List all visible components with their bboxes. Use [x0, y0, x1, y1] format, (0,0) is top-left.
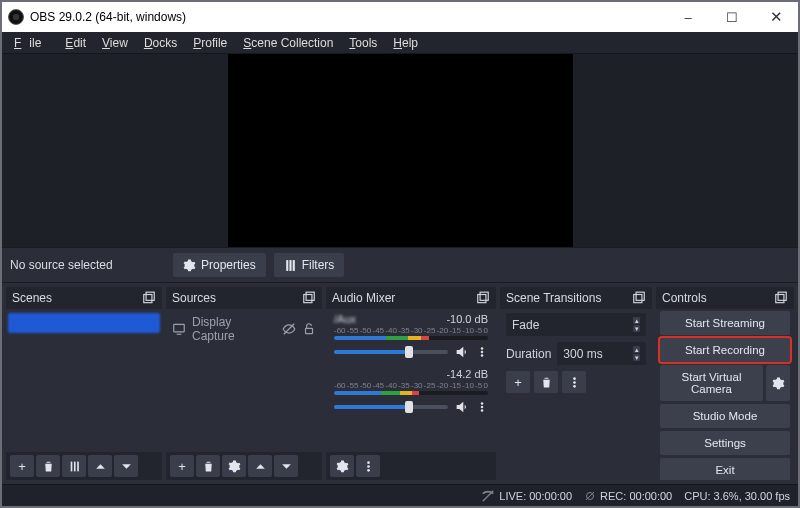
duration-input[interactable]: 300 ms ▴▾ — [557, 342, 646, 365]
menu-help[interactable]: Help — [385, 34, 426, 52]
lock-icon[interactable] — [302, 322, 316, 336]
scenes-list[interactable] — [6, 309, 162, 452]
speaker-icon[interactable] — [454, 399, 470, 415]
speaker-icon[interactable] — [454, 344, 470, 360]
gear-icon — [336, 460, 349, 473]
source-properties-button[interactable] — [222, 455, 246, 477]
popout-icon[interactable] — [774, 291, 788, 305]
eye-off-icon[interactable] — [282, 322, 296, 336]
source-down-button[interactable] — [274, 455, 298, 477]
no-source-label: No source selected — [10, 258, 165, 272]
gear-icon — [772, 377, 785, 390]
properties-button[interactable]: Properties — [173, 253, 266, 277]
studio-mode-button[interactable]: Studio Mode — [660, 404, 790, 428]
spin-down[interactable]: ▾ — [633, 325, 640, 332]
spin-up[interactable]: ▴ — [633, 317, 640, 324]
start-recording-button[interactable]: Start Recording — [660, 338, 790, 362]
audio-meter — [334, 391, 488, 395]
preview-canvas[interactable] — [228, 54, 573, 247]
menu-scene-collection[interactable]: Scene Collection — [235, 34, 341, 52]
svg-rect-25 — [636, 292, 644, 300]
meter-scale: -60-55-50-45-40-35-30-25-20-15-10-50 — [334, 326, 488, 335]
transition-select[interactable]: Fade ▴▾ — [506, 313, 646, 336]
svg-rect-14 — [480, 292, 488, 300]
add-scene-button[interactable]: + — [10, 455, 34, 477]
more-icon — [568, 376, 581, 389]
menu-view[interactable]: View — [94, 34, 136, 52]
svg-rect-9 — [306, 292, 314, 300]
more-icon[interactable] — [476, 399, 488, 415]
maximize-button[interactable]: ☐ — [710, 3, 754, 31]
mixer-channel-2: -14.2 dB -60-55-50-45-40-35-30-25-20-15-… — [326, 366, 496, 421]
minimize-button[interactable]: – — [666, 3, 710, 31]
start-streaming-button[interactable]: Start Streaming — [660, 311, 790, 335]
channel-db: -10.0 dB — [446, 313, 488, 325]
sources-panel: Sources Display Capture + — [166, 287, 322, 480]
menu-file[interactable]: File — [6, 34, 57, 52]
gear-icon — [228, 460, 241, 473]
obs-logo-icon — [8, 9, 24, 25]
scenes-header: Scenes — [6, 287, 162, 309]
popout-icon[interactable] — [476, 291, 490, 305]
svg-rect-24 — [634, 295, 642, 303]
channel-name: /Aux — [334, 313, 356, 325]
menu-edit[interactable]: Edit — [57, 34, 94, 52]
scene-up-button[interactable] — [88, 455, 112, 477]
sources-list[interactable]: Display Capture — [166, 309, 322, 452]
svg-rect-10 — [174, 324, 185, 332]
volume-slider[interactable] — [334, 405, 448, 409]
filters-icon — [68, 460, 81, 473]
spin-up[interactable]: ▴ — [633, 346, 640, 353]
remove-transition-button[interactable] — [534, 371, 558, 393]
controls-panel: Controls Start Streaming Start Recording… — [656, 287, 794, 480]
virtual-camera-settings-button[interactable] — [766, 365, 790, 401]
obs-window: OBS 29.0.2 (64-bit, windows) – ☐ ✕ File … — [0, 0, 800, 508]
add-source-button[interactable]: + — [170, 455, 194, 477]
statusbar: LIVE: 00:00:00 REC: 00:00:00 CPU: 3.6%, … — [2, 484, 798, 506]
trash-icon — [540, 376, 553, 389]
svg-rect-7 — [77, 461, 79, 471]
filters-button[interactable]: Filters — [274, 253, 345, 277]
start-virtual-camera-button[interactable]: Start Virtual Camera — [660, 365, 763, 401]
source-up-button[interactable] — [248, 455, 272, 477]
popout-icon[interactable] — [142, 291, 156, 305]
settings-button[interactable]: Settings — [660, 431, 790, 455]
scene-item[interactable] — [8, 313, 160, 333]
status-network: LIVE: 00:00:00 — [481, 489, 572, 503]
menu-tools[interactable]: Tools — [341, 34, 385, 52]
mixer-settings-button[interactable] — [330, 455, 354, 477]
remove-scene-button[interactable] — [36, 455, 60, 477]
popout-icon[interactable] — [302, 291, 316, 305]
source-item[interactable]: Display Capture — [166, 311, 322, 347]
scene-filters-button[interactable] — [62, 455, 86, 477]
spin-down[interactable]: ▾ — [633, 354, 640, 361]
exit-button[interactable]: Exit — [660, 458, 790, 480]
mixer-more-button[interactable] — [356, 455, 380, 477]
preview-area — [2, 54, 798, 247]
scenes-footer: + — [6, 452, 162, 480]
svg-point-15 — [481, 347, 484, 350]
close-button[interactable]: ✕ — [754, 3, 798, 31]
record-off-icon — [584, 490, 596, 502]
titlebar: OBS 29.0.2 (64-bit, windows) – ☐ ✕ — [2, 2, 798, 32]
menu-profile[interactable]: Profile — [185, 34, 235, 52]
filters-icon — [284, 259, 297, 272]
scene-down-button[interactable] — [114, 455, 138, 477]
more-icon — [362, 460, 375, 473]
svg-rect-6 — [73, 461, 75, 471]
svg-rect-5 — [70, 461, 72, 471]
remove-source-button[interactable] — [196, 455, 220, 477]
menu-docks[interactable]: Docks — [136, 34, 185, 52]
add-transition-button[interactable]: + — [506, 371, 530, 393]
signal-off-icon — [481, 489, 495, 503]
status-rec: REC: 00:00:00 — [584, 490, 672, 502]
duration-label: Duration — [506, 347, 551, 361]
transition-more-button[interactable] — [562, 371, 586, 393]
svg-rect-3 — [144, 295, 152, 303]
chevron-down-icon — [280, 460, 293, 473]
svg-rect-13 — [478, 295, 486, 303]
popout-icon[interactable] — [632, 291, 646, 305]
display-icon — [172, 322, 186, 336]
more-icon[interactable] — [476, 344, 488, 360]
volume-slider[interactable] — [334, 350, 448, 354]
